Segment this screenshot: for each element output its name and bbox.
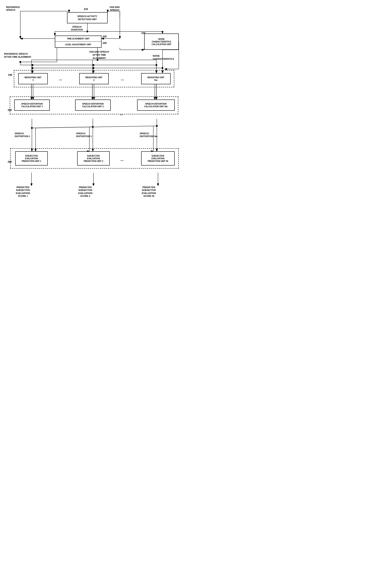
svg-point-52 — [31, 127, 33, 129]
subjective-dashed-group — [10, 148, 179, 169]
speech-duration-label: SPEECH DURATION — [71, 25, 83, 31]
label-210: 210 — [84, 8, 88, 11]
svg-point-56 — [156, 125, 158, 127]
label-240: 240 — [8, 73, 12, 77]
label-225: 225 — [103, 42, 107, 45]
svg-line-61 — [36, 127, 93, 128]
svg-point-22 — [93, 64, 94, 66]
label-250: 250 — [8, 109, 12, 112]
noise-calc-label: NOISE CHARACTERISTICS CALCULATION UNIT — [151, 38, 172, 46]
time-alignment-box: TIME ALIGNMENT UNIT — [55, 36, 102, 42]
svg-point-40 — [32, 67, 33, 69]
speech-distortion-1-label: SPEECH DISTORTION 1 — [15, 132, 30, 138]
svg-line-57 — [32, 126, 157, 128]
predicted-score-2-label: PREDICTED SUBJECTIVE EVALUATION SCORE 2 — [78, 186, 92, 197]
dots-weighting-1: ... — [59, 77, 62, 81]
level-adjustment-label: LEVEL ADJUSTMENT UNIT — [65, 43, 91, 46]
far-after-alignment-label: FAR-END SPEECH AFTER TIME ALIGNMENT — [89, 50, 109, 60]
speech-distortion-2-label: SPEECH DISTORTION 2 — [76, 132, 92, 138]
ref-after-alignment-label: REFERENCE SPEECH AFTER TIME ALIGNMENT — [4, 52, 31, 59]
time-alignment-label: TIME ALIGNMENT UNIT — [67, 37, 90, 40]
speech-activity-label: SPEECH ACTIVITY DETECTION UNIT — [77, 15, 97, 21]
svg-point-38 — [93, 67, 94, 69]
label-220: 220 — [103, 35, 107, 38]
svg-point-24 — [156, 64, 157, 66]
reference-speech-input-label: REFERENCE SPEECH — [6, 6, 20, 12]
svg-point-54 — [92, 126, 94, 128]
weighting-dashed-group — [14, 70, 174, 87]
predicted-score-1-label: PREDICTED SUBJECTIVE EVALUATION SCORE 1 — [16, 186, 30, 197]
svg-point-10 — [87, 31, 88, 32]
speech-distortion-nw-label: SPEECH DISTORTION Nw — [140, 132, 157, 138]
noise-calc-box: NOISE CHARACTERISTICS CALCULATION UNIT — [144, 34, 179, 50]
dots-distortion: ... — [120, 112, 123, 116]
level-adjustment-box: LEVEL ADJUSTMENT UNIT — [55, 42, 102, 48]
dots-weighting-2: ... — [121, 77, 124, 81]
svg-point-35 — [162, 67, 163, 69]
label-260: 260 — [8, 160, 12, 164]
svg-point-17 — [20, 61, 21, 63]
dots-subjective: ... — [120, 157, 123, 162]
far-end-speech-input-label: FAR-END SPEECH — [110, 6, 120, 12]
predicted-score-nt-label: PREDICTED SUBJECTIVE EVALUATION SCORE Nt — [142, 186, 156, 197]
distortion-dashed-group — [10, 97, 178, 114]
svg-point-20 — [32, 64, 33, 66]
diagram: SPEECH ACTIVITY DETECTION UNIT TIME ALIG… — [0, 0, 196, 288]
speech-activity-detection-box: SPEECH ACTIVITY DETECTION UNIT — [67, 12, 108, 23]
noise-characteristics-output-label: NOISE CHARACTERISTICS — [153, 54, 174, 61]
label-230: 230 — [141, 32, 145, 35]
